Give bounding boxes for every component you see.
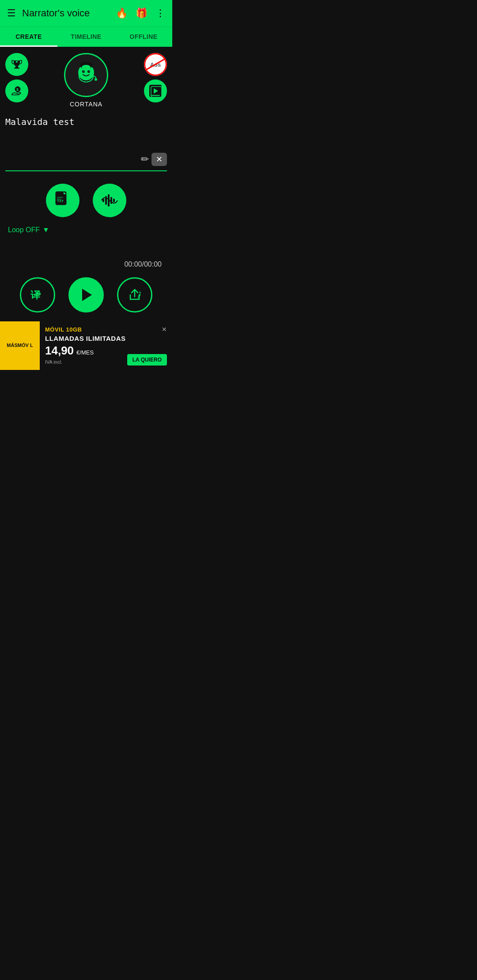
text-input[interactable]: Malavida test xyxy=(5,116,136,165)
action-buttons: TXT xyxy=(5,184,167,217)
svg-rect-24 xyxy=(57,199,61,200)
right-icons: Ads xyxy=(144,53,167,102)
text-actions: ✏ ✕ xyxy=(141,153,167,166)
ad-bottom-row: 14,90 €/MES IVA incl. LA QUIERO xyxy=(45,344,167,366)
timer-row: 00:00/00:00 xyxy=(5,234,167,273)
edit-button[interactable]: ✏ xyxy=(141,154,149,165)
svg-point-8 xyxy=(82,65,91,69)
svg-text:$: $ xyxy=(16,87,19,92)
ad-subtitle: LLAMADAS ILIMITADAS xyxy=(45,335,167,342)
svg-point-9 xyxy=(82,70,85,73)
svg-point-11 xyxy=(83,71,84,72)
loop-dropdown[interactable]: Loop OFF ▼ xyxy=(8,226,49,234)
coins-button[interactable]: $ xyxy=(5,79,28,102)
tab-bar: CREATE TIMELINE OFFLINE xyxy=(0,26,172,47)
text-input-container: Malavida test ✏ ✕ xyxy=(5,116,167,171)
bottom-controls: 译 A xyxy=(5,273,167,320)
svg-text:TXT: TXT xyxy=(57,199,64,203)
tab-timeline[interactable]: TIMELINE xyxy=(57,27,115,47)
header-actions: 🔥 🎁 ⋮ xyxy=(116,8,165,19)
menu-icon[interactable]: ☰ xyxy=(7,8,16,19)
svg-point-32 xyxy=(140,292,141,293)
svg-rect-28 xyxy=(110,197,112,204)
ad-price-suffix: €/MES xyxy=(76,349,94,356)
sound-wave-button[interactable] xyxy=(93,184,126,217)
ad-brand: MÁSMÓV L xyxy=(7,343,33,348)
avatar-section: CORTANA xyxy=(28,53,144,108)
share-button[interactable] xyxy=(117,277,152,313)
ad-top-row: MÓVIL 10GB ✕ xyxy=(45,326,167,333)
svg-rect-26 xyxy=(105,196,107,205)
loop-chevron: ▼ xyxy=(42,226,49,234)
fire-icon[interactable]: 🔥 xyxy=(116,8,128,19)
avatar[interactable] xyxy=(64,53,108,97)
svg-point-12 xyxy=(89,71,90,72)
svg-point-15 xyxy=(95,78,97,81)
left-icons: $ xyxy=(5,53,28,102)
gift-icon[interactable]: 🎁 xyxy=(136,8,148,19)
ad-price-note: IVA incl. xyxy=(45,359,62,365)
ad-banner: MÁSMÓV L MÓVIL 10GB ✕ LLAMADAS ILIMITADA… xyxy=(0,321,172,370)
svg-text:A: A xyxy=(37,289,41,296)
ad-cta-button[interactable]: LA QUIERO xyxy=(127,354,167,366)
ad-content: MÓVIL 10GB ✕ LLAMADAS ILIMITADAS 14,90 €… xyxy=(40,321,172,370)
svg-point-10 xyxy=(87,70,90,73)
svg-rect-14 xyxy=(79,72,81,77)
ad-price-section: 14,90 €/MES IVA incl. xyxy=(45,344,94,366)
ad-price: 14,90 xyxy=(45,344,74,358)
header: ☰ Narrator's voice 🔥 🎁 ⋮ xyxy=(0,0,172,26)
txt-button[interactable]: TXT xyxy=(46,184,80,217)
playlist-button[interactable] xyxy=(144,79,167,102)
avatar-name: CORTANA xyxy=(70,101,102,108)
ad-brand-section: MÁSMÓV L xyxy=(0,321,40,370)
translate-button[interactable]: 译 A xyxy=(20,277,55,313)
ad-title: MÓVIL 10GB xyxy=(45,326,82,333)
trophy-button[interactable] xyxy=(5,53,28,76)
more-icon[interactable]: ⋮ xyxy=(155,8,165,19)
tab-offline[interactable]: OFFLINE xyxy=(115,27,172,47)
svg-rect-19 xyxy=(151,95,160,96)
svg-rect-1 xyxy=(14,68,19,69)
svg-rect-29 xyxy=(113,199,115,202)
play-button[interactable] xyxy=(68,277,104,313)
svg-rect-23 xyxy=(57,197,63,198)
clear-button[interactable]: ✕ xyxy=(151,153,167,166)
svg-rect-0 xyxy=(15,66,18,68)
app-title: Narrator's voice xyxy=(22,8,116,19)
tab-create[interactable]: CREATE xyxy=(0,27,57,47)
no-ads-button[interactable]: Ads xyxy=(144,53,167,76)
timer-display: 00:00/00:00 xyxy=(124,260,162,268)
top-row: $ xyxy=(5,53,167,108)
main-content: $ xyxy=(0,47,172,320)
ad-close-button[interactable]: ✕ xyxy=(162,326,167,333)
loop-label: Loop OFF xyxy=(8,226,40,234)
